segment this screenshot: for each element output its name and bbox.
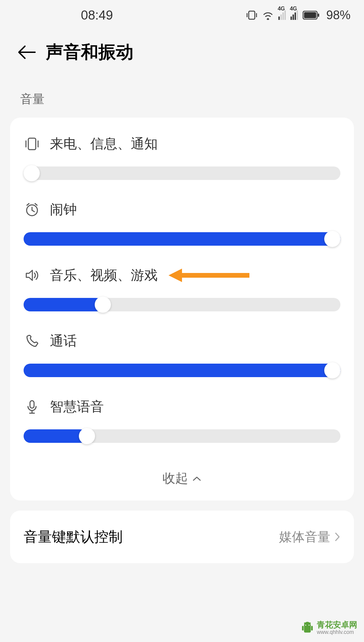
alarm-clock-icon bbox=[24, 201, 40, 218]
watermark-url: www.qhhlv.com bbox=[317, 629, 357, 635]
voice-slider[interactable] bbox=[24, 429, 340, 443]
ringtone-label: 来电、信息、通知 bbox=[50, 134, 158, 153]
svg-rect-13 bbox=[302, 626, 304, 631]
svg-rect-14 bbox=[311, 626, 313, 631]
status-time: 08:49 bbox=[81, 8, 113, 23]
status-icons: 4G 4G 98% bbox=[246, 8, 351, 22]
volume-key-default-label: 音量键默认控制 bbox=[24, 527, 123, 546]
alarm-slider[interactable] bbox=[24, 232, 340, 246]
speaker-icon bbox=[24, 267, 40, 284]
alarm-slider-row: 闹钟 bbox=[24, 200, 340, 246]
call-slider[interactable] bbox=[24, 364, 340, 377]
volume-key-default-row[interactable]: 音量键默认控制 媒体音量 bbox=[24, 527, 340, 546]
chevron-right-icon bbox=[334, 532, 340, 542]
ringtone-slider[interactable] bbox=[24, 166, 340, 180]
media-slider-row: 音乐、视频、游戏 bbox=[24, 266, 340, 311]
watermark-logo-icon bbox=[301, 621, 314, 635]
signal-4g-icon-2: 4G bbox=[291, 10, 298, 20]
volume-card: 来电、信息、通知 闹钟 音乐、视频、游戏 bbox=[10, 118, 354, 500]
svg-rect-5 bbox=[318, 13, 319, 17]
call-slider-row: 通话 bbox=[24, 332, 340, 377]
slider-thumb[interactable] bbox=[324, 231, 340, 247]
svg-rect-0 bbox=[249, 11, 255, 19]
ringtone-slider-row: 来电、信息、通知 bbox=[24, 134, 340, 180]
collapse-button[interactable]: 收起 bbox=[24, 463, 340, 490]
back-icon[interactable] bbox=[17, 45, 36, 60]
battery-icon bbox=[303, 11, 320, 20]
header: 声音和振动 bbox=[0, 30, 364, 81]
media-slider[interactable] bbox=[24, 298, 340, 311]
signal-4g-icon-1: 4G bbox=[278, 10, 286, 20]
call-label: 通话 bbox=[50, 332, 77, 350]
phone-icon bbox=[24, 333, 40, 349]
wifi-icon bbox=[262, 10, 274, 20]
voice-label: 智慧语音 bbox=[50, 397, 104, 416]
slider-thumb[interactable] bbox=[24, 165, 40, 181]
svg-rect-6 bbox=[28, 138, 36, 150]
alarm-label: 闹钟 bbox=[50, 200, 77, 219]
status-bar: 08:49 4G 4G 98% bbox=[0, 0, 364, 30]
volume-key-default-value: 媒体音量 bbox=[279, 528, 330, 546]
vibrate-icon bbox=[246, 10, 257, 20]
watermark-name: 青花安卓网 bbox=[317, 620, 357, 629]
vibrate-icon bbox=[24, 135, 40, 152]
svg-point-16 bbox=[309, 625, 310, 626]
svg-point-15 bbox=[305, 625, 306, 626]
microphone-icon bbox=[24, 398, 40, 415]
slider-thumb[interactable] bbox=[79, 428, 95, 444]
battery-percentage: 98% bbox=[326, 8, 351, 22]
section-label-volume: 音量 bbox=[0, 81, 364, 118]
page-title: 声音和振动 bbox=[46, 40, 133, 64]
voice-slider-row: 智慧语音 bbox=[24, 397, 340, 443]
chevron-up-icon bbox=[192, 476, 202, 482]
collapse-label: 收起 bbox=[162, 470, 188, 487]
slider-thumb[interactable] bbox=[95, 297, 111, 313]
slider-thumb[interactable] bbox=[324, 362, 340, 378]
watermark: 青花安卓网 www.qhhlv.com bbox=[301, 620, 357, 635]
media-label: 音乐、视频、游戏 bbox=[50, 266, 158, 284]
svg-rect-4 bbox=[304, 12, 316, 18]
annotation-arrow-icon bbox=[169, 267, 249, 284]
svg-rect-10 bbox=[30, 401, 34, 408]
volume-key-card: 音量键默认控制 媒体音量 bbox=[10, 511, 354, 563]
